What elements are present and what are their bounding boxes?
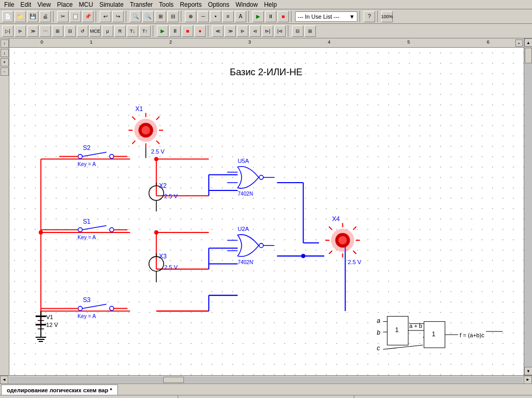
- sim-extra7[interactable]: ⊟: [292, 25, 303, 37]
- sim-btn6[interactable]: ⊟: [64, 25, 76, 37]
- probe-x3: X3 2.5 V: [149, 253, 178, 282]
- bus-button[interactable]: ≡: [222, 11, 234, 22]
- vtb-btn2[interactable]: ↓: [1, 49, 9, 57]
- svg-text:c: c: [377, 345, 380, 352]
- svg-text:X4: X4: [332, 215, 340, 223]
- svg-text:7402N: 7402N: [237, 191, 253, 197]
- wire-button[interactable]: ─: [197, 11, 209, 22]
- component-button[interactable]: ⊕: [185, 11, 196, 22]
- sim-btn10[interactable]: R: [114, 25, 126, 37]
- undo-button[interactable]: ↩: [100, 11, 111, 22]
- sim-extra5[interactable]: ⊳|: [262, 25, 273, 37]
- vtb-btn4[interactable]: -: [1, 67, 9, 76]
- svg-line-68: [132, 141, 135, 144]
- in-use-list-dropdown[interactable]: --- In Use List --- ▼: [295, 11, 357, 22]
- copy-button[interactable]: 📋: [70, 11, 81, 22]
- svg-text:1: 1: [432, 331, 435, 338]
- sim-btn4[interactable]: ⋯: [39, 25, 51, 37]
- sim-btn12[interactable]: T↑: [139, 25, 151, 37]
- menu-help[interactable]: Help: [261, 1, 280, 9]
- zoom-fit-button[interactable]: ⊞: [155, 11, 166, 22]
- svg-line-83: [353, 251, 356, 254]
- sep5: [248, 11, 250, 22]
- svg-text:U2A: U2A: [237, 226, 249, 232]
- sim-extra4[interactable]: ⊲: [249, 25, 261, 37]
- scroll-track-horizontal[interactable]: [9, 377, 523, 383]
- pause2-button[interactable]: ⏸: [169, 25, 181, 37]
- sim-btn1[interactable]: ▷|: [2, 25, 14, 37]
- sim-extra1[interactable]: ≪: [212, 25, 223, 37]
- menu-reports[interactable]: Reports: [177, 1, 205, 9]
- save-button[interactable]: 💾: [27, 11, 38, 22]
- scroll-right-button[interactable]: ►: [524, 376, 532, 384]
- menu-mcu[interactable]: MCU: [76, 1, 96, 9]
- sep6: [291, 11, 293, 22]
- sep9: [153, 25, 155, 37]
- menu-edit[interactable]: Edit: [17, 1, 34, 9]
- menu-options[interactable]: Options: [205, 1, 232, 9]
- zoom-in-button[interactable]: 🔍: [130, 11, 141, 22]
- resize-button[interactable]: ▪: [515, 39, 523, 47]
- sim-extra2[interactable]: ≫: [224, 25, 236, 37]
- pause-button[interactable]: ⏸: [265, 11, 276, 22]
- active-tab[interactable]: оделирование логических схем вар *: [1, 385, 118, 395]
- paste-button[interactable]: 📌: [82, 11, 94, 22]
- scroll-thumb-vertical[interactable]: [525, 48, 532, 63]
- label-button[interactable]: A: [235, 11, 246, 22]
- menu-tools[interactable]: Tools: [156, 1, 177, 9]
- record-button[interactable]: ●: [194, 25, 206, 37]
- zoom-out-button[interactable]: 🔍: [142, 11, 154, 22]
- menu-file[interactable]: File: [1, 1, 17, 9]
- ruler-2: 2: [169, 39, 172, 45]
- sim-extra6[interactable]: |⊲: [274, 25, 286, 37]
- svg-point-96: [259, 175, 263, 180]
- ruler-0: 0: [41, 39, 43, 45]
- sim-btn11[interactable]: T↓: [127, 25, 138, 37]
- scroll-track-vertical[interactable]: [524, 47, 532, 367]
- schematic-canvas[interactable]: Базис 2-ИЛИ-НЕ: [9, 48, 524, 375]
- svg-line-40: [82, 152, 106, 156]
- sim-btn5[interactable]: ⊞: [52, 25, 63, 37]
- stop2-button[interactable]: ■: [182, 25, 193, 37]
- info-button[interactable]: 100%: [381, 11, 393, 22]
- svg-text:X3: X3: [159, 253, 167, 260]
- menu-view[interactable]: View: [34, 1, 54, 9]
- print-button[interactable]: 🖨: [39, 11, 51, 22]
- status-right: Tran: 1.547 s: [354, 395, 530, 398]
- scroll-down-button[interactable]: ▼: [524, 367, 532, 375]
- menu-window[interactable]: Window: [233, 1, 261, 9]
- sim-btn9[interactable]: μ: [102, 25, 113, 37]
- svg-text:S1: S1: [83, 218, 90, 225]
- menu-simulate[interactable]: Simulate: [96, 1, 127, 9]
- sim-extra3[interactable]: ⊳: [237, 25, 248, 37]
- vtb-btn1[interactable]: ↑: [1, 39, 9, 48]
- svg-line-69: [156, 141, 159, 144]
- new-button[interactable]: 📄: [2, 11, 14, 22]
- sim-btn3[interactable]: ≫: [27, 25, 38, 37]
- stop-button[interactable]: ■: [277, 11, 289, 22]
- menu-transfer[interactable]: Transfer: [127, 1, 156, 9]
- sim-btn7[interactable]: ↺: [77, 25, 88, 37]
- run-button[interactable]: ▶: [252, 11, 264, 22]
- canvas-area[interactable]: 0 1 2 3 4 5 6 Базис 2-ИЛИ-НЕ: [9, 38, 524, 375]
- vtb-btn3[interactable]: +: [1, 58, 9, 66]
- zoom-area-button[interactable]: ⊟: [167, 11, 179, 22]
- cut-button[interactable]: ✂: [57, 11, 69, 22]
- scroll-up-button[interactable]: ▲: [524, 38, 532, 47]
- junction-button[interactable]: •: [210, 11, 221, 22]
- sim-btn8[interactable]: MCE: [89, 25, 101, 37]
- sim-btn2[interactable]: ⊳: [15, 25, 26, 37]
- sim-extra8[interactable]: ⊞: [304, 25, 316, 37]
- scroll-thumb-horizontal[interactable]: [163, 377, 184, 383]
- menu-place[interactable]: Place: [54, 1, 76, 9]
- open-button[interactable]: 📁: [15, 11, 26, 22]
- svg-text:2.5 V: 2.5 V: [151, 148, 165, 155]
- svg-text:a: a: [377, 317, 380, 324]
- svg-text:2.5 V: 2.5 V: [164, 264, 178, 270]
- toolbar-main: 📄 📁 💾 🖨 ✂ 📋 📌 ↩ ↪ 🔍 🔍 ⊞ ⊟ ⊕ ─ • ≡ A ▶ ⏸ …: [0, 9, 532, 24]
- redo-button[interactable]: ↪: [112, 11, 124, 22]
- sep1: [53, 11, 55, 22]
- play-button[interactable]: ▶: [157, 25, 168, 37]
- scroll-left-button[interactable]: ◄: [0, 376, 8, 384]
- help-button[interactable]: ?: [364, 11, 375, 22]
